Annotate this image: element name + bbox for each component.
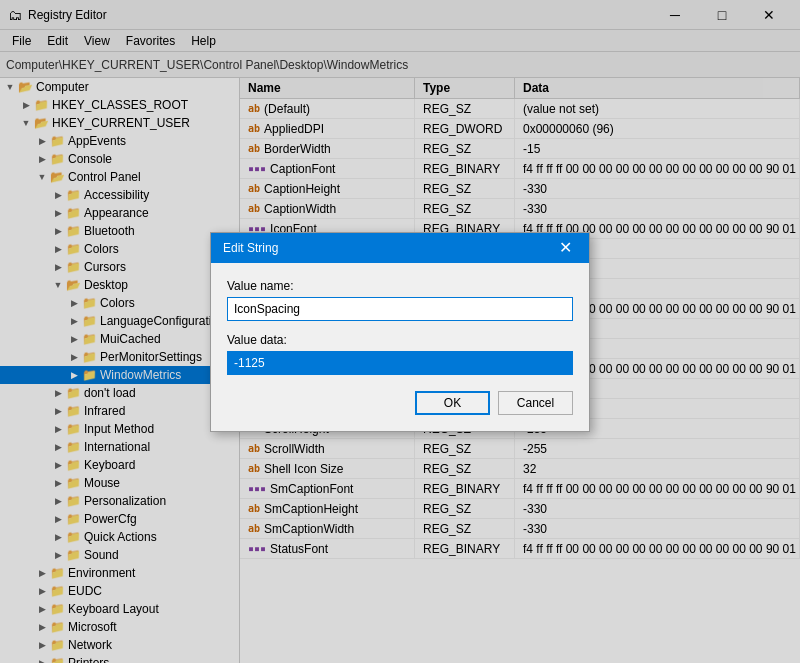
value-name-label: Value name:	[227, 279, 573, 293]
dialog-overlay: Edit String ✕ Value name: Value data: OK…	[0, 0, 800, 663]
ok-button[interactable]: OK	[415, 391, 490, 415]
dialog-close-button[interactable]: ✕	[553, 236, 577, 260]
edit-string-dialog: Edit String ✕ Value name: Value data: OK…	[210, 232, 590, 432]
dialog-title: Edit String	[223, 241, 278, 255]
cancel-button[interactable]: Cancel	[498, 391, 573, 415]
value-data-label: Value data:	[227, 333, 573, 347]
dialog-titlebar: Edit String ✕	[211, 233, 589, 263]
value-name-input[interactable]	[227, 297, 573, 321]
dialog-body: Value name: Value data: OK Cancel	[211, 263, 589, 431]
value-data-input[interactable]	[227, 351, 573, 375]
dialog-buttons: OK Cancel	[227, 387, 573, 415]
